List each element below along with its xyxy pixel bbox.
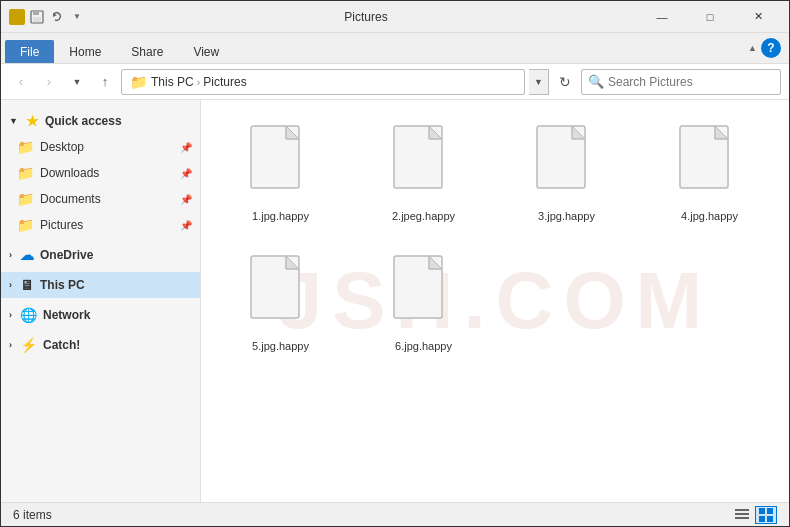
file-icon-0: [246, 124, 316, 204]
file-area: JSH.COM 1.jpg.happy: [201, 100, 789, 502]
file-item[interactable]: 4.jpg.happy: [646, 116, 773, 230]
address-dropdown-button[interactable]: ▼: [529, 69, 549, 95]
file-name-4: 5.jpg.happy: [252, 340, 309, 352]
file-item[interactable]: 5.jpg.happy: [217, 246, 344, 360]
path-separator: ›: [197, 76, 201, 88]
sidebar-item-desktop[interactable]: 📁 Desktop 📌: [1, 134, 200, 160]
network-icon: 🌐: [20, 307, 37, 323]
file-item[interactable]: 3.jpg.happy: [503, 116, 630, 230]
back-button[interactable]: ‹: [9, 70, 33, 94]
sidebar-header-quick-access[interactable]: ▼ ★ Quick access: [1, 108, 200, 134]
window-controls: — □ ✕: [639, 1, 781, 33]
status-bar: 6 items: [1, 502, 789, 526]
ribbon-collapse-icon[interactable]: ▲: [748, 43, 757, 53]
file-explorer-window: ▼ Pictures — □ ✕ File Home Share View ▲ …: [0, 0, 790, 527]
qat-undo-icon[interactable]: [49, 9, 65, 25]
sidebar-section-network: › 🌐 Network: [1, 302, 200, 328]
sidebar-item-onedrive[interactable]: › ☁ OneDrive: [1, 242, 200, 268]
file-icon-2: [532, 124, 602, 204]
help-button[interactable]: ?: [761, 38, 781, 58]
file-name-1: 2.jpeg.happy: [392, 210, 455, 222]
svg-rect-31: [735, 513, 749, 515]
catch-label: Catch!: [43, 338, 80, 352]
pictures-icon: 📁: [17, 217, 34, 233]
onedrive-icon: ☁: [20, 247, 34, 263]
search-box[interactable]: 🔍: [581, 69, 781, 95]
up-button[interactable]: ↑: [93, 70, 117, 94]
network-label: Network: [43, 308, 90, 322]
quick-access-label: Quick access: [45, 114, 122, 128]
svg-rect-36: [767, 516, 773, 522]
refresh-button[interactable]: ↻: [553, 70, 577, 94]
forward-button[interactable]: ›: [37, 70, 61, 94]
sidebar-item-documents[interactable]: 📁 Documents 📌: [1, 186, 200, 212]
recent-locations-button[interactable]: ▼: [65, 70, 89, 94]
documents-pin-icon: 📌: [180, 194, 192, 205]
sidebar-section-this-pc: › 🖥 This PC: [1, 272, 200, 298]
quick-access-collapse-icon: ▼: [9, 116, 18, 126]
qat-save-icon[interactable]: [29, 9, 45, 25]
desktop-pin-icon: 📌: [180, 142, 192, 153]
svg-rect-4: [33, 17, 41, 22]
quick-access-toolbar: ▼: [9, 9, 85, 25]
downloads-icon: 📁: [17, 165, 34, 181]
file-icon-4: [246, 254, 316, 334]
sidebar-section-catch: › ⚡ Catch!: [1, 332, 200, 358]
path-this-pc: This PC: [151, 75, 194, 89]
file-icon-1: [389, 124, 459, 204]
sidebar-item-pictures[interactable]: 📁 Pictures 📌: [1, 212, 200, 238]
this-pc-label: This PC: [40, 278, 85, 292]
path-pictures: Pictures: [203, 75, 246, 89]
file-name-2: 3.jpg.happy: [538, 210, 595, 222]
file-icon-3: [675, 124, 745, 204]
large-icons-view-button[interactable]: [755, 506, 777, 524]
address-path[interactable]: 📁 This PC › Pictures: [121, 69, 525, 95]
view-buttons: [731, 506, 777, 524]
main-content: ▼ ★ Quick access 📁 Desktop 📌 📁 Downloads…: [1, 100, 789, 502]
svg-rect-35: [759, 516, 765, 522]
catch-expand-icon: ›: [9, 340, 12, 350]
sidebar-item-network[interactable]: › 🌐 Network: [1, 302, 200, 328]
onedrive-expand-icon: ›: [9, 250, 12, 260]
sidebar-section-quick-access: ▼ ★ Quick access 📁 Desktop 📌 📁 Downloads…: [1, 108, 200, 238]
qat-dropdown-icon[interactable]: ▼: [69, 9, 85, 25]
network-expand-icon: ›: [9, 310, 12, 320]
sidebar: ▼ ★ Quick access 📁 Desktop 📌 📁 Downloads…: [1, 100, 201, 502]
downloads-pin-icon: 📌: [180, 168, 192, 179]
pictures-pin-icon: 📌: [180, 220, 192, 231]
details-view-button[interactable]: [731, 506, 753, 524]
file-item[interactable]: 6.jpg.happy: [360, 246, 487, 360]
file-name-3: 4.jpg.happy: [681, 210, 738, 222]
this-pc-expand-icon: ›: [9, 280, 12, 290]
search-input[interactable]: [608, 75, 774, 89]
tab-home[interactable]: Home: [54, 40, 116, 63]
tab-share[interactable]: Share: [116, 40, 178, 63]
documents-label: Documents: [40, 192, 101, 206]
qat-folder-icon: [9, 9, 25, 25]
title-bar: ▼ Pictures — □ ✕: [1, 1, 789, 33]
desktop-label: Desktop: [40, 140, 84, 154]
sidebar-item-catch[interactable]: › ⚡ Catch!: [1, 332, 200, 358]
documents-icon: 📁: [17, 191, 34, 207]
tab-file[interactable]: File: [5, 40, 54, 63]
minimize-button[interactable]: —: [639, 1, 685, 33]
ribbon-tabs: File Home Share View: [1, 33, 748, 63]
sidebar-item-downloads[interactable]: 📁 Downloads 📌: [1, 160, 200, 186]
files-grid: 1.jpg.happy 2.jpeg.happy: [217, 116, 773, 360]
ribbon: File Home Share View ▲ ?: [1, 33, 789, 64]
tab-view[interactable]: View: [178, 40, 234, 63]
sidebar-section-onedrive: › ☁ OneDrive: [1, 242, 200, 268]
window-title: Pictures: [93, 10, 639, 24]
file-item[interactable]: 2.jpeg.happy: [360, 116, 487, 230]
sidebar-item-this-pc[interactable]: › 🖥 This PC: [1, 272, 200, 298]
close-button[interactable]: ✕: [735, 1, 781, 33]
status-item-count: 6 items: [13, 508, 731, 522]
this-pc-icon: 🖥: [20, 277, 34, 293]
svg-rect-34: [767, 508, 773, 514]
svg-rect-1: [12, 14, 17, 16]
downloads-label: Downloads: [40, 166, 99, 180]
maximize-button[interactable]: □: [687, 1, 733, 33]
path-folder-icon: 📁: [130, 74, 147, 90]
file-item[interactable]: 1.jpg.happy: [217, 116, 344, 230]
catch-icon: ⚡: [20, 337, 37, 353]
